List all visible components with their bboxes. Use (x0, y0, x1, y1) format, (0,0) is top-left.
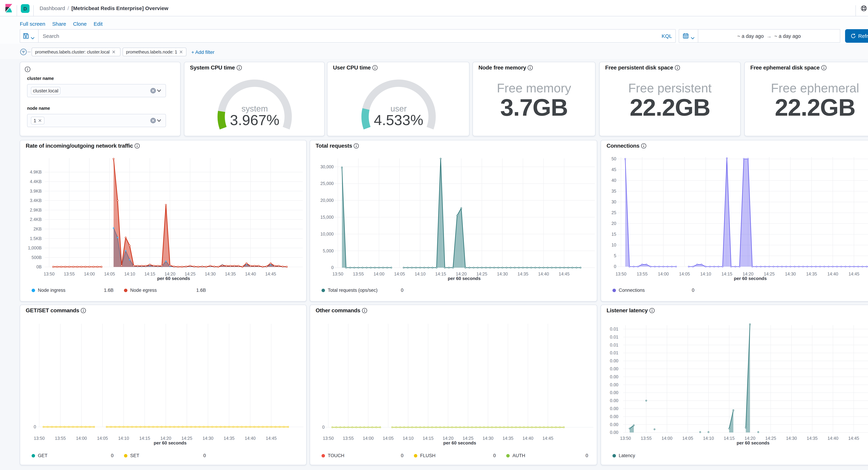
svg-text:0: 0 (322, 425, 324, 430)
svg-text:14:40: 14:40 (828, 436, 838, 441)
svg-text:5,000: 5,000 (323, 248, 334, 253)
svg-text:4.9KB: 4.9KB (30, 170, 42, 174)
svg-text:14:15: 14:15 (139, 436, 150, 441)
svg-text:14:10: 14:10 (118, 436, 129, 441)
svg-text:14:20: 14:20 (443, 436, 454, 441)
svg-text:14:45: 14:45 (848, 436, 859, 441)
svg-text:14:25: 14:25 (476, 271, 487, 276)
svg-text:14:20: 14:20 (456, 271, 467, 276)
svg-text:14:35: 14:35 (518, 271, 528, 276)
svg-text:14:25: 14:25 (765, 436, 776, 441)
svg-text:50: 50 (612, 156, 616, 161)
svg-text:20,000: 20,000 (320, 198, 334, 203)
svg-text:14:35: 14:35 (225, 271, 236, 276)
svg-text:14:15: 14:15 (721, 271, 733, 276)
svg-text:14:05: 14:05 (104, 271, 115, 276)
svg-text:14:10: 14:10 (403, 436, 414, 441)
svg-text:13:50: 13:50 (616, 271, 626, 276)
svg-text:30,000: 30,000 (320, 164, 334, 169)
svg-text:0.00: 0.00 (610, 414, 618, 419)
svg-text:0B: 0B (36, 264, 42, 269)
svg-text:0.00: 0.00 (610, 406, 618, 411)
svg-text:14:15: 14:15 (145, 271, 155, 276)
svg-text:14:40: 14:40 (538, 271, 549, 276)
svg-text:1,000B: 1,000B (28, 245, 42, 250)
svg-text:25,000: 25,000 (320, 181, 334, 186)
svg-text:0.00: 0.00 (610, 398, 618, 403)
svg-text:15,000: 15,000 (320, 215, 334, 219)
svg-text:14:35: 14:35 (807, 436, 818, 441)
svg-text:4.533%: 4.533% (374, 112, 424, 128)
svg-text:10: 10 (612, 242, 616, 247)
svg-text:3.967%: 3.967% (230, 112, 279, 128)
svg-text:13:50: 13:50 (44, 271, 55, 276)
svg-text:14:20: 14:20 (743, 271, 753, 276)
svg-text:20: 20 (612, 221, 616, 226)
svg-text:1.5KB: 1.5KB (30, 236, 42, 241)
svg-text:14:10: 14:10 (700, 271, 711, 276)
svg-text:14:05: 14:05 (383, 436, 394, 441)
svg-text:14:10: 14:10 (415, 271, 426, 276)
svg-text:500B: 500B (32, 255, 42, 260)
svg-text:13:55: 13:55 (641, 436, 652, 441)
svg-text:0.00: 0.00 (610, 422, 618, 427)
svg-text:14:20: 14:20 (164, 271, 176, 276)
svg-text:30: 30 (612, 199, 616, 204)
svg-text:14:25: 14:25 (764, 271, 775, 276)
svg-text:per 60 seconds: per 60 seconds (443, 440, 476, 445)
svg-text:per 60 seconds: per 60 seconds (154, 440, 186, 445)
svg-text:14:05: 14:05 (394, 271, 405, 276)
svg-text:14:05: 14:05 (97, 436, 108, 441)
svg-text:13:50: 13:50 (333, 271, 343, 276)
svg-text:per 60 seconds: per 60 seconds (157, 276, 190, 281)
svg-text:0.00: 0.00 (610, 366, 618, 371)
svg-text:13:50: 13:50 (620, 436, 631, 441)
svg-text:2.4KB: 2.4KB (30, 217, 42, 222)
svg-text:0.00: 0.00 (610, 374, 618, 379)
svg-text:14:25: 14:25 (185, 271, 196, 276)
svg-text:14:35: 14:35 (806, 271, 817, 276)
svg-text:0: 0 (331, 265, 334, 270)
svg-text:14:00: 14:00 (76, 436, 87, 441)
svg-text:13:55: 13:55 (637, 271, 648, 276)
svg-text:14:20: 14:20 (745, 436, 755, 441)
svg-text:14:35: 14:35 (503, 436, 514, 441)
svg-text:13:50: 13:50 (34, 436, 45, 441)
svg-text:3.4KB: 3.4KB (30, 198, 42, 203)
svg-text:13:55: 13:55 (64, 271, 75, 276)
svg-text:14:30: 14:30 (785, 271, 796, 276)
svg-text:14:30: 14:30 (483, 436, 494, 441)
svg-text:14:15: 14:15 (423, 436, 434, 441)
svg-text:14:05: 14:05 (682, 436, 693, 441)
svg-text:14:00: 14:00 (661, 436, 673, 441)
svg-text:14:45: 14:45 (542, 436, 553, 441)
svg-text:25: 25 (612, 210, 616, 215)
svg-text:14:45: 14:45 (265, 271, 276, 276)
svg-text:14:35: 14:35 (224, 436, 235, 441)
svg-text:per 60 seconds: per 60 seconds (737, 440, 769, 445)
svg-text:14:15: 14:15 (435, 271, 446, 276)
svg-text:14:25: 14:25 (181, 436, 192, 441)
svg-text:35: 35 (612, 188, 616, 194)
svg-text:per 60 seconds: per 60 seconds (734, 276, 767, 281)
svg-text:10,000: 10,000 (320, 232, 334, 236)
svg-text:14:45: 14:45 (848, 271, 860, 276)
svg-text:2KB: 2KB (33, 227, 42, 231)
svg-text:14:00: 14:00 (363, 436, 374, 441)
svg-text:14:40: 14:40 (245, 271, 256, 276)
svg-text:14:00: 14:00 (658, 271, 669, 276)
svg-text:14:45: 14:45 (266, 436, 277, 441)
svg-text:0: 0 (34, 424, 36, 429)
svg-text:13:50: 13:50 (323, 436, 334, 441)
svg-text:0.00: 0.00 (610, 382, 618, 387)
svg-text:0.01: 0.01 (610, 326, 618, 331)
svg-text:0.01: 0.01 (610, 334, 618, 340)
svg-text:13:55: 13:55 (353, 271, 364, 276)
svg-text:14:40: 14:40 (523, 436, 533, 441)
svg-text:14:45: 14:45 (559, 271, 569, 276)
svg-text:14:10: 14:10 (124, 271, 135, 276)
svg-text:14:10: 14:10 (703, 436, 714, 441)
svg-text:0.01: 0.01 (610, 343, 618, 347)
svg-text:14:30: 14:30 (786, 436, 797, 441)
svg-text:5: 5 (614, 253, 616, 258)
